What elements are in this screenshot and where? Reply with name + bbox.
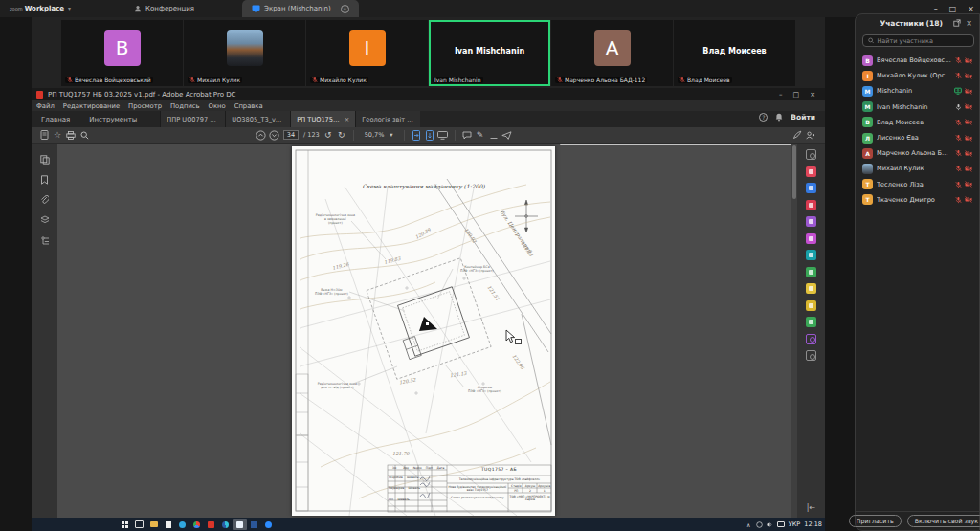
compress-pdf-tool-icon[interactable] — [806, 267, 816, 277]
stamp-icon[interactable] — [487, 128, 501, 142]
menu-item[interactable]: Справка — [234, 102, 263, 110]
Михайло Кулик (Организатор)[interactable]: I Михайло Кулик (Организатор) — [856, 68, 979, 83]
redact-tool-icon[interactable] — [806, 334, 816, 344]
task-view-icon[interactable] — [132, 519, 146, 530]
send-for-signature-icon[interactable] — [501, 128, 514, 142]
acrobat-minimize-button[interactable]: – — [779, 91, 783, 99]
comment-icon[interactable] — [460, 128, 474, 142]
fit-width-icon[interactable] — [410, 128, 423, 142]
search-tool-icon[interactable] — [806, 149, 816, 160]
print-icon[interactable] — [64, 128, 78, 142]
chrome-icon[interactable] — [189, 519, 204, 530]
pop-out-icon[interactable] — [953, 19, 961, 27]
acrobat-taskbar-icon[interactable] — [233, 519, 247, 530]
menu-item[interactable]: Редактирование — [63, 102, 120, 110]
clock[interactable]: 12:18 — [804, 520, 822, 528]
language-indicator[interactable]: УКР — [789, 520, 801, 528]
acrobat-maximize-button[interactable]: □ — [793, 91, 800, 99]
start-button[interactable] — [118, 519, 132, 530]
document-tab[interactable]: Геологія звіт TUQ1... × — [355, 111, 420, 127]
minimize-button[interactable]: – — [934, 5, 938, 13]
zoom-level-dropdown[interactable]: 50,7% ▾ — [363, 131, 395, 139]
office-app-icon[interactable] — [247, 519, 261, 530]
invite-button[interactable]: Пригласить — [849, 515, 902, 527]
Марченко Альона БАД-112[interactable]: А Марченко Альона БАД-112 — [856, 145, 979, 161]
tab-screen-share[interactable]: Экран (Mishchanin) – — [242, 0, 359, 17]
Тесленко Ліза[interactable]: Т Тесленко Ліза — [856, 177, 979, 192]
Ivan Mishchanin[interactable]: M Ivan Mishchanin — [856, 100, 979, 115]
protect-tool-icon[interactable] — [806, 283, 816, 294]
tags-icon[interactable] — [40, 235, 50, 245]
collapse-rail-icon[interactable]: |← — [807, 503, 815, 512]
tab-conference[interactable]: Конференция — [124, 0, 204, 17]
create-pdf-tool-icon[interactable] — [806, 166, 816, 177]
organize-pages-tool-icon[interactable] — [806, 216, 816, 227]
edit-pdf-tool-icon[interactable] — [806, 183, 816, 193]
previous-page-icon[interactable] — [254, 128, 267, 142]
video-tile[interactable]: I Михайло Кулик — [306, 20, 428, 86]
browser-icon[interactable] — [218, 519, 233, 530]
Михаил Кулик[interactable]: Михаил Кулик — [856, 161, 979, 176]
zoom-app-icon[interactable] — [261, 519, 276, 530]
messenger-app-icon[interactable] — [175, 519, 189, 530]
tray-chevron-icon[interactable]: ∧ — [746, 521, 752, 528]
Вячеслав Войцеховський (Я)[interactable]: B Вячеслав Войцеховський (Я) — [856, 53, 979, 68]
network-icon[interactable] — [756, 521, 763, 528]
touch-keyboard-icon[interactable] — [777, 521, 785, 527]
menu-item[interactable]: Просмотр — [128, 102, 162, 110]
notifications-bell-icon[interactable] — [775, 113, 783, 122]
fit-page-icon[interactable] — [423, 128, 436, 142]
video-tile[interactable]: Ivan Mishchanin Ivan Mishchanin — [429, 20, 550, 86]
video-tile[interactable]: Влад Моисеев Влад Моисеев — [674, 20, 795, 86]
close-panel-icon[interactable]: × — [966, 19, 972, 28]
video-tile[interactable]: Михаил Кулик — [184, 20, 305, 86]
document-view-area[interactable]: Схема влаштування майданчику (1:200) бул… — [57, 144, 791, 518]
tab-close-icon[interactable]: × — [345, 116, 350, 123]
attachments-icon[interactable] — [40, 195, 49, 205]
bookmarks-icon[interactable] — [40, 175, 49, 185]
layers-icon[interactable] — [40, 215, 50, 225]
redo-icon[interactable]: ↻ — [335, 128, 348, 142]
maximize-button[interactable]: □ — [949, 5, 957, 13]
reading-mode-icon[interactable] — [436, 128, 450, 142]
print-production-tool-icon[interactable] — [806, 317, 816, 327]
document-tab[interactable]: ППР UQ0797 дод ... × — [160, 111, 225, 127]
chevron-down-icon[interactable]: ▾ — [68, 5, 71, 11]
search-box[interactable] — [862, 34, 974, 47]
fill-sign-tool-icon[interactable] — [806, 233, 816, 244]
page-number-input[interactable]: 34 — [283, 130, 299, 140]
menu-item[interactable]: Файл — [36, 102, 55, 110]
sign-in-button[interactable]: Войти — [791, 113, 815, 122]
Влад Моисеев[interactable]: В Влад Моисеев — [856, 115, 979, 130]
combine-files-tool-icon[interactable] — [806, 200, 816, 210]
undo-icon[interactable]: ↺ — [322, 128, 335, 142]
fill-sign-pencil-icon[interactable]: ✎ — [474, 128, 487, 142]
page-thumbnails-icon[interactable] — [40, 155, 50, 165]
search-input[interactable] — [877, 37, 969, 45]
scrollbar-thumb[interactable] — [792, 145, 796, 199]
favorites-star-icon[interactable]: ☆ — [51, 128, 64, 142]
document-tab[interactable]: РП TUQ1757 НБ 0... × — [290, 111, 355, 127]
menu-item[interactable]: Окно — [209, 102, 226, 110]
export-pdf-tool-icon[interactable] — [806, 250, 816, 260]
video-tile[interactable]: A Марченко Альона БАД-112 — [551, 20, 673, 86]
document-tab[interactable]: UQ3805_T3_v8.pdf × — [225, 111, 290, 127]
close-button[interactable]: × — [968, 5, 974, 13]
adobe-app-icon[interactable] — [204, 519, 218, 530]
pen-tool-icon[interactable] — [791, 128, 804, 142]
Mishchanin[interactable]: M Mishchanin — [856, 83, 979, 99]
volume-icon[interactable] — [767, 521, 773, 528]
next-page-icon[interactable] — [267, 128, 280, 142]
comment-tool-icon[interactable] — [806, 300, 816, 311]
share-with-people-icon[interactable] — [804, 128, 817, 142]
search-icon[interactable] — [78, 128, 91, 142]
menu-item[interactable]: Подпись — [170, 102, 200, 110]
Лисенко Єва[interactable]: Л Лисенко Єва — [856, 130, 979, 145]
help-icon[interactable]: ? — [759, 113, 768, 122]
nav-tab[interactable]: Главная — [32, 111, 79, 127]
more-tools-icon[interactable] — [806, 350, 816, 361]
file-explorer-icon[interactable] — [146, 519, 161, 530]
save-file-icon[interactable] — [37, 128, 51, 142]
collapse-tab-icon[interactable]: – — [341, 5, 349, 13]
unmute-button[interactable]: Включить свой звук — [907, 515, 980, 527]
